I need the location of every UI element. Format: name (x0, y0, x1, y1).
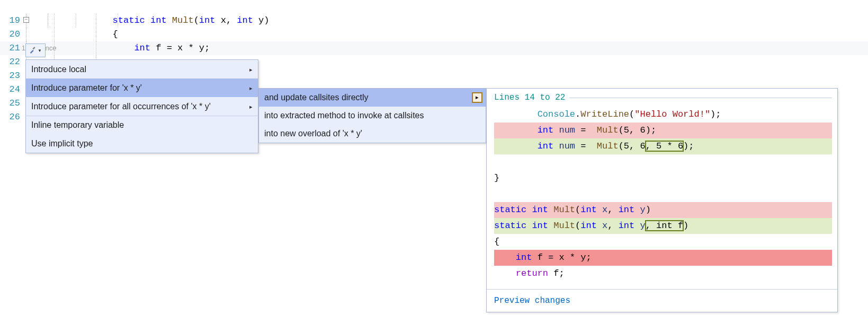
preview-line: int num = Mult(5, 6); (494, 123, 832, 138)
preview-token: int (580, 205, 602, 215)
preview-line: { (494, 234, 832, 250)
preview-token: num (559, 125, 575, 135)
submenu-item[interactable]: and update callsites directly (259, 89, 486, 107)
preview-token: Mult (597, 141, 619, 151)
code-token: x (221, 15, 226, 25)
preview-token: Mult (597, 125, 619, 135)
preview-token: f; (548, 268, 565, 278)
preview-token: int (619, 221, 640, 231)
fold-toggle-icon[interactable]: − (23, 17, 29, 23)
fold-gutter: − (22, 14, 54, 28)
menu-item[interactable]: Inline temporary variable (26, 116, 258, 134)
preview-token: { (494, 237, 499, 247)
preview-token: } (494, 173, 499, 183)
preview-token: ); (710, 109, 721, 119)
menu-item[interactable]: Introduce local (26, 60, 258, 78)
preview-token: , (607, 205, 618, 215)
preview-token: , (607, 221, 618, 231)
preview-token: = (575, 125, 597, 135)
line-number: 21 (0, 41, 22, 55)
quick-actions-button[interactable]: ▼ (25, 43, 46, 57)
preview-token: ( (575, 221, 580, 231)
preview-line: return f; (494, 266, 832, 282)
preview-token: . (575, 109, 580, 119)
line-number: 19 (0, 14, 22, 28)
preview-token: int (532, 205, 553, 215)
svg-rect-0 (32, 47, 35, 50)
line-number: 24 (0, 83, 22, 97)
line-number: 23 (0, 69, 22, 83)
preview-token: num (559, 141, 575, 151)
code-token: int (150, 15, 172, 25)
code-token: = x * y; (167, 43, 210, 53)
preview-token (494, 157, 499, 167)
quick-actions-submenu[interactable]: and update callsites directlyinto extrac… (258, 88, 486, 143)
preview-header-text: Lines 14 to 22 (494, 93, 565, 102)
line-number: 26 (0, 110, 22, 124)
preview-token (494, 189, 499, 199)
preview-token: , 5 * 6 (646, 141, 683, 151)
code-line[interactable]: 21 int f = x * y; (0, 41, 868, 55)
code-token: { (113, 29, 118, 39)
preview-line: Console.WriteLine("Hello World!"); (494, 107, 832, 123)
preview-token: , int f (646, 221, 683, 231)
preview-line: static int Mult(int x, int y, int f) (494, 218, 832, 234)
preview-token: int (516, 252, 538, 263)
code-token: , (226, 15, 237, 25)
preview-header: Lines 14 to 22 (494, 93, 832, 102)
preview-token: (5, 6); (619, 125, 656, 135)
preview-token: Mult (553, 221, 575, 231)
submenu-item[interactable]: into new overload of 'x * y' (259, 125, 486, 143)
menu-item[interactable]: Use implicit type (26, 134, 258, 153)
preview-line (494, 186, 832, 202)
code-token: ) (264, 15, 269, 25)
preview-changes-link[interactable]: Preview changes (494, 296, 570, 305)
preview-token: int (538, 141, 559, 151)
code-line[interactable]: 20 { (0, 28, 868, 41)
code-token: int (134, 43, 156, 53)
preview-token: "Hello World!" (634, 109, 710, 119)
preview-token: = (575, 141, 597, 151)
preview-line: } (494, 170, 832, 186)
preview-line: static int Mult(int x, int y) (494, 202, 832, 218)
menu-item[interactable]: Introduce parameter for 'x * y' (26, 78, 258, 97)
preview-token: return (516, 268, 548, 278)
code-token: f (156, 43, 166, 53)
preview-token: static (494, 205, 532, 215)
preview-token: static (494, 221, 532, 231)
code-line[interactable]: 19− static int Mult(int x, int y) (0, 14, 868, 28)
preview-token: int (538, 125, 559, 135)
code-token: static (113, 15, 150, 25)
preview-token: (5, 6 (619, 141, 646, 151)
preview-token: y (640, 205, 645, 215)
preview-token: Console (538, 109, 575, 119)
menu-item[interactable]: Introduce parameter for all occurrences … (26, 97, 258, 116)
preview-token: f = x * y; (538, 252, 592, 263)
preview-token: int (532, 221, 553, 231)
refactoring-preview-panel: Lines 14 to 22 Console.WriteLine("Hello … (486, 88, 838, 312)
code-token: ( (194, 15, 199, 25)
fold-gutter (22, 28, 54, 41)
preview-line (494, 154, 832, 170)
preview-token: ); (683, 141, 694, 151)
preview-line: int f = x * y; (494, 250, 832, 266)
preview-token: x (602, 205, 607, 215)
code-token: Mult (172, 15, 194, 25)
screwdriver-icon (29, 46, 37, 55)
preview-token: y (640, 221, 645, 231)
preview-token: ) (646, 205, 651, 215)
quick-actions-menu[interactable]: Introduce localIntroduce parameter for '… (25, 59, 258, 153)
preview-token: ) (683, 221, 688, 231)
code-token: int (199, 15, 221, 25)
preview-line: int num = Mult(5, 6, 5 * 6); (494, 138, 832, 154)
preview-token: x (602, 221, 607, 231)
preview-token: ( (575, 205, 580, 215)
codelens-row: 1 reference (0, 0, 868, 14)
line-number: 25 (0, 97, 22, 110)
preview-token: Mult (553, 205, 575, 215)
code-token: y (258, 15, 264, 25)
preview-token: ( (629, 109, 634, 119)
code-token: int (237, 15, 258, 25)
preview-token: WriteLine (580, 109, 629, 119)
submenu-item[interactable]: into extracted method to invoke at calls… (259, 107, 486, 125)
